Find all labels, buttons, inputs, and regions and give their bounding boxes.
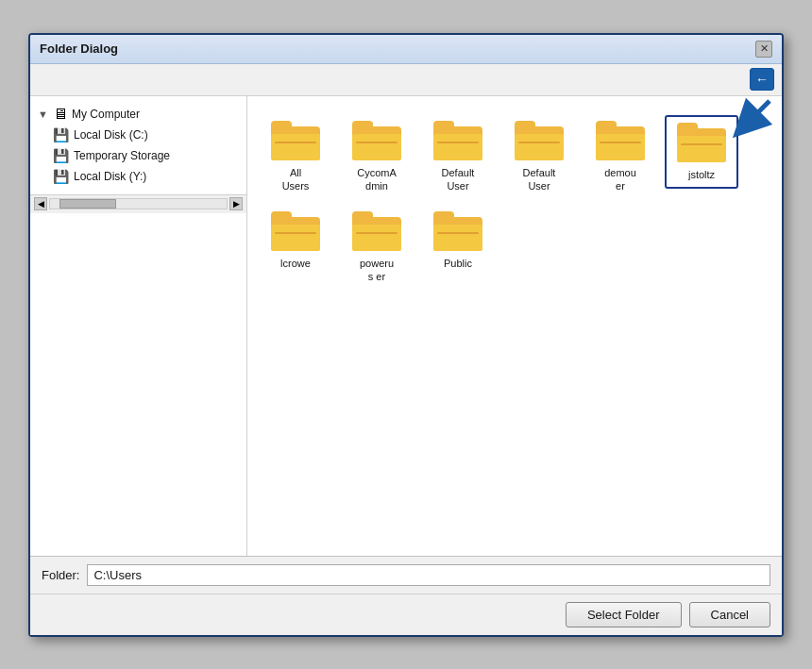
tree-label-local-disk-c: Local Disk (C:) [74,128,148,142]
tree-item-local-disk-c[interactable]: 💾 Local Disk (C:) [49,125,243,145]
computer-icon: 🖥 [53,106,68,123]
tree-panel-container: ▼ 🖥 My Computer 💾 Local Disk (C:) 💾 Temp… [30,96,247,556]
scroll-track[interactable] [49,198,228,209]
file-label: CycomAdmin [357,166,397,193]
folder-path-input[interactable] [87,564,770,586]
dialog-title: Folder Dialog [40,42,118,56]
drive-icon-c: 💾 [53,127,69,142]
file-label: lcrowe [280,257,311,270]
close-button[interactable]: ✕ [755,41,772,58]
list-item[interactable]: AllUsers [259,115,332,199]
bottom-section: Folder: Select Folder Cancel [30,556,782,635]
drive-icon-y: 💾 [53,169,69,184]
button-row: Select Folder Cancel [30,594,782,635]
list-item[interactable]: CycomAdmin [340,115,414,199]
tree-children: 💾 Local Disk (C:) 💾 Temporary Storage 💾 … [49,125,243,187]
list-item[interactable]: Public [421,206,495,290]
back-icon: ← [755,72,769,87]
folder-icon [677,123,726,164]
tree-scrollbar: ◀ ▶ [30,194,246,213]
file-label: powerus er [360,257,394,284]
tree-item-temp-storage[interactable]: 💾 Temporary Storage [49,145,243,166]
scroll-left-button[interactable]: ◀ [34,197,47,210]
list-item[interactable]: demouer [584,115,657,199]
folder-icon [515,121,564,162]
list-item[interactable]: powerus er [340,206,414,290]
select-folder-button[interactable]: Select Folder [566,602,682,627]
folder-icon [596,121,645,162]
file-label: Public [444,257,472,270]
tree-root-label: My Computer [72,108,140,121]
file-label: DefaultUser [442,166,475,193]
file-label: demouer [604,166,636,193]
tree-label-temp-storage: Temporary Storage [74,149,170,162]
folder-path-row: Folder: [30,557,782,594]
folder-icon [271,121,320,162]
folder-dialog: Folder Dialog ✕ ← ▼ 🖥 My Computer [28,33,784,637]
folder-icon [352,121,401,162]
folder-label: Folder: [42,568,79,582]
folder-icon [352,211,401,253]
tree-root[interactable]: ▼ 🖥 My Computer [34,104,243,125]
list-item-selected[interactable]: jstoltz [665,115,738,189]
cancel-button[interactable]: Cancel [689,602,770,627]
list-item[interactable]: DefaultUser [502,115,576,199]
main-area: ▼ 🖥 My Computer 💾 Local Disk (C:) 💾 Temp… [30,96,782,556]
file-panel[interactable]: AllUsers CycomAdmin [247,96,782,556]
tree-toggle-icon: ▼ [38,109,53,120]
file-grid: AllUsers CycomAdmin [255,111,774,293]
folder-icon [433,121,482,162]
back-button[interactable]: ← [750,68,774,91]
file-label: AllUsers [282,166,310,193]
list-item[interactable]: DefaultUser [421,115,495,199]
tree-item-local-disk-y[interactable]: 💾 Local Disk (Y:) [49,166,243,187]
scroll-thumb [59,199,116,209]
folder-icon [433,211,482,253]
drive-icon-temp: 💾 [53,148,69,163]
title-bar: Folder Dialog ✕ [30,35,782,64]
list-item-wrapper: jstoltz [665,115,738,199]
tree-label-local-disk-y: Local Disk (Y:) [74,170,146,183]
tree-panel: ▼ 🖥 My Computer 💾 Local Disk (C:) 💾 Temp… [30,96,247,194]
file-label: DefaultUser [523,166,556,193]
close-icon: ✕ [760,42,769,55]
list-item[interactable]: lcrowe [259,206,332,290]
folder-icon [271,211,320,253]
toolbar: ← [30,64,782,96]
file-label: jstoltz [688,168,715,181]
scroll-right-button[interactable]: ▶ [229,197,243,210]
